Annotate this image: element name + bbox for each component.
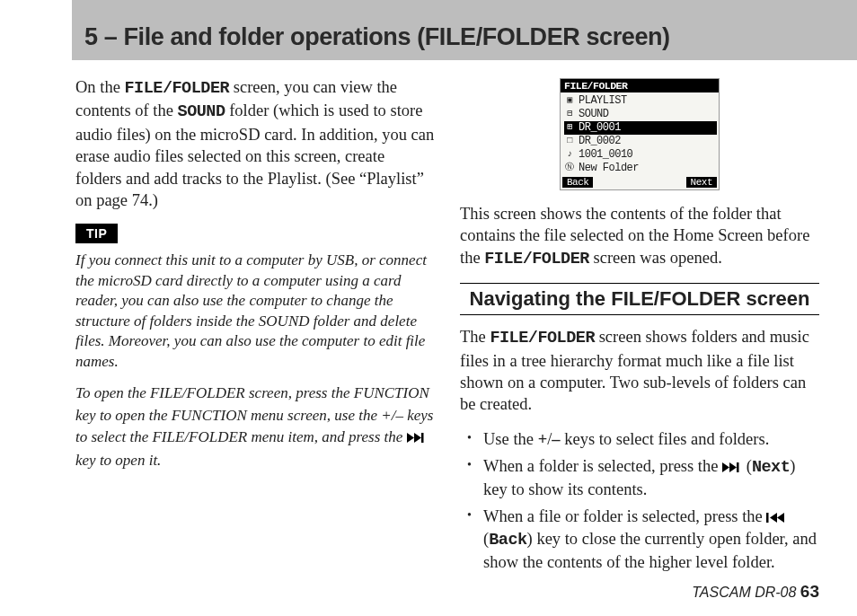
lcd-row: □DR_0002	[564, 135, 717, 148]
lcd-caption: This screen shows the contents of the fo…	[460, 203, 819, 270]
mono-label: Back	[489, 531, 526, 550]
text: screen was opened.	[589, 249, 722, 267]
lcd-row-icon: Ⓝ	[564, 163, 575, 174]
text: When a file or folder is selected, press…	[483, 507, 766, 525]
mono-label: SOUND	[178, 102, 225, 121]
text: ) key to close the currently open folder…	[483, 530, 817, 571]
lcd-row-label: PLAYLIST	[579, 94, 627, 108]
svg-marker-3	[722, 462, 729, 472]
svg-rect-5	[737, 462, 739, 472]
lcd-row-label: 1001_0010	[579, 148, 632, 162]
bullet-list: Use the +/– keys to select files and fol…	[460, 428, 819, 573]
fast-forward-icon	[722, 456, 742, 478]
lcd-row-icon: ♪	[564, 149, 575, 161]
text: When a folder is selected, press the	[483, 457, 722, 475]
lcd-row-icon: □	[564, 136, 575, 147]
section-title: Navigating the FILE/FOLDER screen	[460, 287, 819, 311]
text: The	[460, 328, 490, 346]
text: On the	[75, 78, 124, 96]
mono-label: FILE/FOLDER	[124, 79, 229, 98]
chapter-header: 5 – File and folder operations (FILE/FOL…	[72, 0, 857, 60]
lcd-row-icon: ⊟	[564, 109, 575, 120]
tip-paragraph-2: To open the FILE/FOLDER screen, press th…	[75, 383, 435, 472]
intro-paragraph: On the FILE/FOLDER screen, you can view …	[75, 76, 435, 211]
lcd-row-icon: ▣	[564, 95, 575, 107]
lcd-row: ▣PLAYLIST	[564, 94, 717, 108]
chapter-title: 5 – File and folder operations (FILE/FOL…	[84, 23, 850, 51]
bullet-item-2: When a folder is selected, press the (Ne…	[460, 455, 819, 500]
bullet-item-1: Use the +/– keys to select files and fol…	[460, 428, 819, 450]
lcd-row-label: DR_0001	[579, 121, 621, 135]
text: keys to select files and folders.	[561, 430, 770, 448]
page-footer: TASCAM DR-08 63	[692, 582, 819, 602]
lcd-next-button: Next	[686, 177, 717, 188]
svg-marker-0	[407, 433, 414, 443]
section-heading-rule: Navigating the FILE/FOLDER screen	[460, 283, 819, 315]
mono-label: Next	[752, 458, 790, 477]
right-column: FILE/FOLDER ▣PLAYLIST⊟SOUND⊞DR_0001□DR_0…	[460, 76, 819, 578]
svg-marker-1	[414, 433, 421, 443]
svg-rect-2	[421, 433, 424, 443]
mono-label: FILE/FOLDER	[484, 250, 589, 268]
text: Use the	[483, 430, 538, 448]
lcd-back-button: Back	[562, 177, 593, 188]
rewind-icon	[766, 506, 786, 528]
text: key to open it.	[75, 452, 161, 469]
left-column: On the FILE/FOLDER screen, you can view …	[75, 76, 435, 578]
svg-marker-7	[770, 513, 777, 523]
tip-label: TIP	[75, 224, 118, 243]
lcd-row: ♪1001_0010	[564, 148, 717, 162]
lcd-row-label: DR_0002	[579, 135, 621, 148]
lcd-title: FILE/FOLDER	[561, 79, 719, 92]
minus-key: –	[552, 430, 560, 448]
page-number: 63	[800, 582, 819, 601]
lcd-row-icon: ⊞	[564, 122, 575, 134]
text: To open the FILE/FOLDER screen, press th…	[75, 384, 433, 445]
lcd-row: ⓃNew Folder	[564, 162, 717, 175]
lcd-screenshot: FILE/FOLDER ▣PLAYLIST⊟SOUND⊞DR_0001□DR_0…	[460, 78, 819, 190]
lcd-row-label: SOUND	[579, 108, 609, 121]
product-name: TASCAM DR-08	[692, 585, 796, 600]
nav-intro-paragraph: The FILE/FOLDER screen shows folders and…	[460, 326, 819, 416]
lcd-row-label: New Folder	[579, 162, 639, 175]
text: (	[742, 457, 752, 475]
mono-label: FILE/FOLDER	[490, 329, 595, 348]
bullet-item-3: When a file or folder is selected, press…	[460, 506, 819, 573]
svg-marker-8	[777, 513, 784, 523]
lcd-body: ▣PLAYLIST⊟SOUND⊞DR_0001□DR_0002♪1001_001…	[561, 92, 719, 177]
svg-rect-6	[766, 513, 769, 523]
lcd-row: ⊞DR_0001	[564, 121, 717, 135]
lcd-row: ⊟SOUND	[564, 108, 717, 121]
fast-forward-icon	[407, 427, 427, 450]
tip-paragraph-1: If you connect this unit to a computer b…	[75, 251, 435, 372]
svg-marker-4	[729, 462, 737, 472]
plus-key: +	[538, 430, 548, 448]
